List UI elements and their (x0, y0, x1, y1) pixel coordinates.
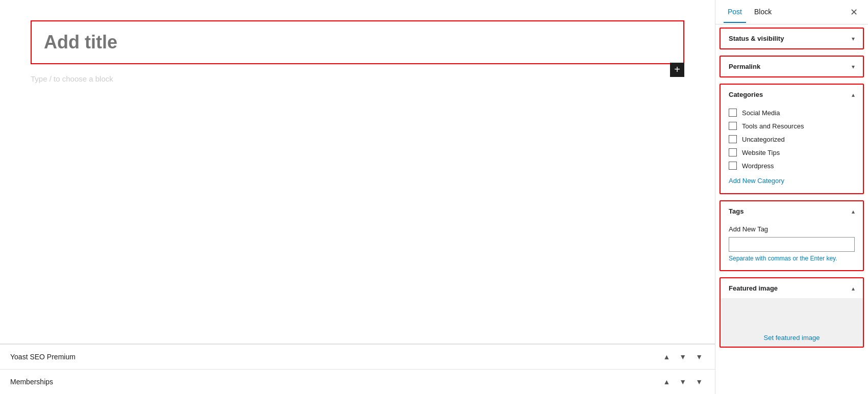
tab-block[interactable]: Block (750, 2, 776, 23)
tags-chevron: ▴ (852, 208, 855, 215)
status-visibility-title: Status & visibility (729, 35, 784, 42)
category-item-wordpress: Wordpress (729, 162, 855, 170)
category-label-wordpress: Wordpress (742, 162, 774, 170)
permalink-chevron: ▾ (852, 63, 855, 70)
memberships-collapse-down-btn[interactable]: ▼ (677, 377, 688, 387)
tag-input[interactable] (729, 237, 855, 252)
memberships-panel-title: Memberships (10, 378, 53, 386)
memberships-more-btn[interactable]: ▼ (693, 377, 705, 387)
sidebar-header: Post Block ✕ (715, 0, 868, 24)
categories-section: Categories ▴ Social Media Tools and Reso… (720, 84, 864, 194)
memberships-panel-controls: ▲ ▼ ▼ (661, 377, 705, 387)
permalink-title: Permalink (729, 63, 760, 70)
featured-image-header[interactable]: Featured image ▴ (721, 278, 863, 298)
tags-body: Add New Tag Separate with commas or the … (721, 221, 863, 270)
title-input[interactable] (32, 21, 683, 63)
yoast-more-btn[interactable]: ▼ (693, 352, 705, 362)
category-checkbox-social-media[interactable] (729, 109, 737, 117)
category-item-social-media: Social Media (729, 109, 855, 117)
memberships-panel: Memberships ▲ ▼ ▼ (0, 369, 715, 394)
featured-image-chevron: ▴ (852, 285, 855, 292)
yoast-collapse-down-btn[interactable]: ▼ (677, 352, 688, 362)
category-checkbox-website-tips[interactable] (729, 148, 737, 156)
tag-hint: Separate with commas or the Enter key. (729, 255, 855, 262)
featured-image-section: Featured image ▴ Set featured image (720, 277, 864, 348)
yoast-panel-controls: ▲ ▼ ▼ (661, 352, 705, 362)
category-checkbox-wordpress[interactable] (729, 162, 737, 170)
sidebar-close-button[interactable]: ✕ (848, 5, 860, 20)
featured-image-placeholder (721, 298, 863, 329)
category-item-website-tips: Website Tips (729, 148, 855, 156)
tab-post[interactable]: Post (724, 2, 746, 23)
add-block-button[interactable]: + (670, 63, 684, 77)
status-visibility-header[interactable]: Status & visibility ▾ (721, 29, 863, 48)
categories-chevron: ▴ (852, 91, 855, 98)
featured-image-title: Featured image (729, 284, 778, 292)
status-visibility-section: Status & visibility ▾ (720, 28, 864, 49)
permalink-header[interactable]: Permalink ▾ (721, 57, 863, 76)
categories-title: Categories (729, 91, 763, 98)
category-label-tools-and-resources: Tools and Resources (742, 122, 804, 130)
yoast-collapse-up-btn[interactable]: ▲ (661, 352, 672, 362)
featured-image-body: Set featured image (721, 298, 863, 347)
bottom-panels: Yoast SEO Premium ▲ ▼ ▼ Memberships ▲ ▼ … (0, 344, 715, 394)
tags-title: Tags (729, 207, 743, 215)
yoast-panel-title: Yoast SEO Premium (10, 353, 76, 361)
category-label-uncategorized: Uncategorized (742, 136, 785, 143)
category-label-social-media: Social Media (742, 109, 780, 117)
tags-header[interactable]: Tags ▴ (721, 201, 863, 221)
tags-section: Tags ▴ Add New Tag Separate with commas … (720, 200, 864, 271)
category-item-uncategorized: Uncategorized (729, 135, 855, 143)
categories-body: Social Media Tools and Resources Uncateg… (721, 104, 863, 193)
category-checkbox-uncategorized[interactable] (729, 135, 737, 143)
memberships-collapse-up-btn[interactable]: ▲ (661, 377, 672, 387)
category-item-tools-and-resources: Tools and Resources (729, 122, 855, 130)
yoast-panel: Yoast SEO Premium ▲ ▼ ▼ (0, 344, 715, 369)
categories-header[interactable]: Categories ▴ (721, 85, 863, 104)
sidebar: Post Block ✕ Status & visibility ▾ Perma… (715, 0, 868, 394)
block-placeholder: Type / to choose a block (31, 72, 113, 85)
add-new-category-link[interactable]: Add New Category (729, 177, 784, 185)
category-label-website-tips: Website Tips (742, 149, 780, 156)
editor-content: Type / to choose a block + (0, 0, 715, 344)
permalink-section: Permalink ▾ (720, 56, 864, 77)
status-visibility-chevron: ▾ (852, 35, 855, 42)
title-input-wrapper (31, 20, 684, 64)
add-block-area: Type / to choose a block + (31, 72, 684, 85)
editor-area: Type / to choose a block + Yoast SEO Pre… (0, 0, 715, 394)
tag-input-label: Add New Tag (729, 225, 855, 233)
set-featured-image-button[interactable]: Set featured image (721, 329, 863, 347)
category-checkbox-tools-and-resources[interactable] (729, 122, 737, 130)
